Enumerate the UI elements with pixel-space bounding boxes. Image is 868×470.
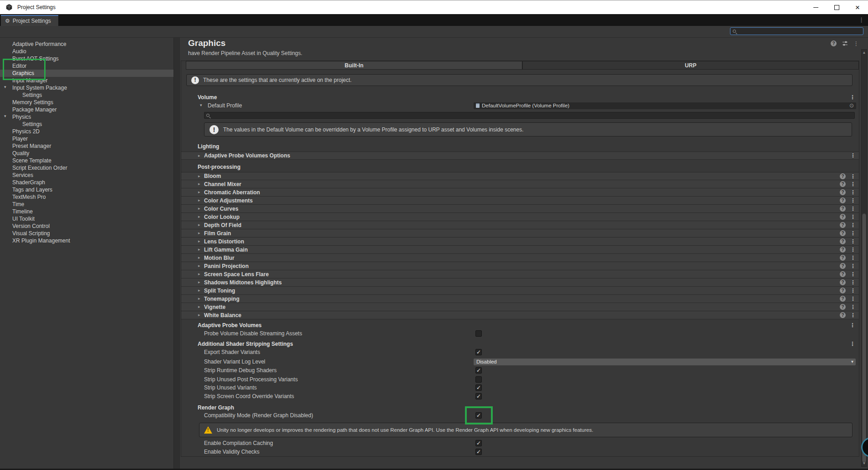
help-icon[interactable] [840, 189, 846, 195]
sidebar-item[interactable]: Script Execution Order [0, 164, 174, 172]
help-icon[interactable] [840, 263, 846, 269]
row-menu-icon[interactable] [850, 239, 856, 244]
sidebar-item[interactable]: XR Plugin Management [0, 237, 174, 244]
help-icon[interactable] [840, 230, 846, 236]
sidebar-item[interactable]: TextMesh Pro [0, 193, 174, 201]
sidebar-item[interactable]: Input Manager [0, 77, 174, 84]
volume-menu-icon[interactable] [850, 95, 855, 100]
sidebar-item[interactable]: ShaderGraph [0, 179, 174, 186]
row-menu-icon[interactable] [850, 280, 856, 285]
help-icon[interactable] [840, 173, 846, 179]
compatibility-mode-checkbox[interactable] [475, 412, 482, 419]
help-icon[interactable] [840, 222, 846, 228]
sidebar-item[interactable]: Editor [0, 62, 174, 70]
export-shader-variants-checkbox[interactable] [475, 349, 482, 355]
sidebar-item[interactable]: Time [0, 201, 174, 208]
post-processing-row[interactable]: Film Grain [181, 229, 859, 238]
sidebar-item[interactable]: Graphics [0, 70, 174, 77]
sidebar-item[interactable]: Tags and Layers [0, 186, 174, 193]
row-menu-icon[interactable] [850, 174, 856, 179]
help-icon[interactable] [840, 271, 846, 277]
sidebar-item[interactable]: Preset Manager [0, 142, 174, 150]
post-processing-row[interactable]: Split Toning [181, 287, 859, 295]
enable-validity-checks-checkbox[interactable] [475, 449, 482, 455]
post-processing-row[interactable]: Shadows Midtones Highlights [181, 278, 859, 287]
post-processing-row[interactable]: Tonemapping [181, 295, 859, 303]
settings-search-input[interactable] [738, 29, 852, 34]
row-menu-icon[interactable] [850, 222, 856, 228]
row-menu-icon[interactable] [850, 272, 856, 277]
post-processing-row[interactable]: Panini Projection [181, 262, 859, 270]
sidebar-item[interactable]: Memory Settings [0, 99, 174, 106]
post-processing-row[interactable]: Color Curves [181, 205, 859, 213]
close-button[interactable] [847, 0, 868, 14]
help-icon[interactable] [840, 238, 846, 244]
post-processing-row[interactable]: Channel Mixer [181, 180, 859, 188]
sidebar-item[interactable]: Timeline [0, 208, 174, 215]
tab-bar-menu-icon[interactable] [858, 17, 864, 23]
vertical-scrollbar[interactable] [861, 49, 867, 467]
maximize-button[interactable] [826, 0, 847, 14]
section-menu-icon[interactable] [850, 323, 855, 328]
presets-icon[interactable] [842, 40, 848, 46]
tab-project-settings[interactable]: Project Settings [1, 15, 58, 26]
post-processing-row[interactable]: White Balance [181, 311, 859, 319]
scroll-down-icon[interactable] [862, 461, 867, 465]
row-menu-icon[interactable] [850, 153, 856, 158]
sidebar-item[interactable]: Settings [0, 121, 174, 128]
sidebar-item[interactable]: Physics [0, 113, 174, 121]
row-menu-icon[interactable] [850, 190, 856, 195]
section-menu-icon[interactable] [850, 341, 855, 347]
minimize-button[interactable] [805, 0, 826, 14]
sidebar-item[interactable]: Services [0, 172, 174, 179]
sidebar-item[interactable]: UI Toolkit [0, 215, 174, 222]
foldout-open-icon[interactable] [4, 114, 6, 118]
row-menu-icon[interactable] [850, 288, 856, 293]
shader-variant-log-level-dropdown[interactable]: Disabled [474, 359, 856, 365]
row-menu-icon[interactable] [850, 296, 856, 302]
enable-compilation-caching-checkbox[interactable] [475, 440, 482, 446]
sidebar-item[interactable]: Package Manager [0, 106, 174, 113]
help-icon[interactable] [840, 296, 846, 302]
help-icon[interactable] [840, 206, 846, 212]
post-processing-row[interactable]: Lift Gamma Gain [181, 246, 859, 254]
sidebar-item[interactable]: Scene Template [0, 157, 174, 164]
help-icon[interactable] [840, 312, 846, 318]
sidebar-item[interactable]: Adaptive Performance [0, 40, 174, 48]
foldout-open-icon[interactable] [4, 85, 6, 89]
help-icon[interactable] [840, 247, 846, 253]
strip-screen-coord-checkbox[interactable] [475, 393, 482, 399]
post-processing-row[interactable]: Motion Blur [181, 254, 859, 262]
post-processing-row[interactable]: Bloom [181, 172, 859, 180]
probe-volume-streaming-checkbox[interactable] [475, 330, 482, 337]
row-menu-icon[interactable] [850, 231, 856, 236]
sidebar-item[interactable]: Input System Package [0, 84, 174, 91]
row-menu-icon[interactable] [850, 255, 856, 261]
help-icon[interactable] [840, 181, 846, 187]
tab-built-in[interactable]: Built-In [186, 61, 522, 70]
post-processing-row[interactable]: Depth Of Field [181, 221, 859, 229]
strip-post-processing-checkbox[interactable] [475, 376, 482, 383]
post-processing-row[interactable]: Lens Distortion [181, 238, 859, 246]
post-processing-row[interactable]: Screen Space Lens Flare [181, 270, 859, 278]
sidebar-item[interactable]: Burst AOT Settings [0, 55, 174, 62]
sidebar-item[interactable]: Player [0, 135, 174, 142]
settings-search-box[interactable] [730, 27, 863, 35]
row-menu-icon[interactable] [850, 263, 856, 269]
sidebar-item[interactable]: Quality [0, 150, 174, 157]
row-menu-icon[interactable] [850, 304, 856, 310]
help-icon[interactable] [840, 279, 846, 285]
sidebar-item[interactable]: Visual Scripting [0, 230, 174, 237]
tab-urp[interactable]: URP [522, 61, 859, 70]
help-icon[interactable] [831, 40, 837, 46]
help-icon[interactable] [840, 197, 846, 203]
post-processing-row[interactable]: Vignette [181, 303, 859, 311]
strip-runtime-debug-checkbox[interactable] [475, 367, 482, 374]
foldout-open-icon[interactable] [200, 103, 202, 107]
adaptive-probe-volumes-options-row[interactable]: Adaptive Probe Volumes Options [181, 152, 859, 160]
volume-profile-object-field[interactable]: DefaultVolumeProfile (Volume Profile) [474, 102, 856, 109]
scrollbar-thumb[interactable] [862, 213, 866, 463]
post-processing-row[interactable]: Chromatic Aberration [181, 188, 859, 197]
help-icon[interactable] [840, 255, 846, 261]
page-menu-icon[interactable] [853, 41, 859, 46]
